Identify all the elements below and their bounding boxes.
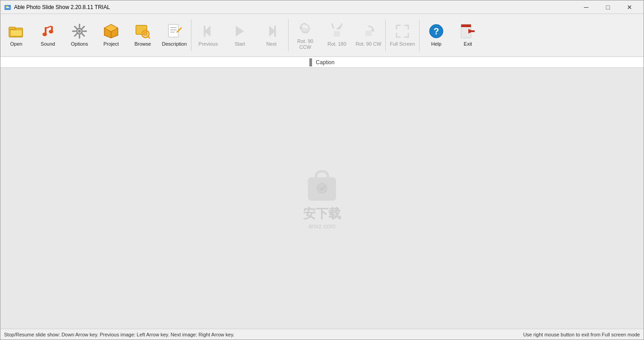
svg-rect-44 xyxy=(334,31,340,37)
main-content-area: 安下载 anxz.com xyxy=(0,68,644,329)
watermark-text: 安下载 xyxy=(303,205,341,222)
project-icon xyxy=(103,23,119,39)
separator-4 xyxy=(419,19,420,51)
rot90ccw-button[interactable]: Rot. 90 CCW xyxy=(289,16,321,55)
exit-label: Exit xyxy=(464,41,472,47)
window-title: Able Photo Slide Show 2.20.8.11 TRIAL xyxy=(14,4,576,10)
svg-point-12 xyxy=(78,30,81,33)
app-icon xyxy=(4,4,11,11)
exit-icon xyxy=(460,23,476,39)
svg-rect-30 xyxy=(168,24,178,37)
maximize-button[interactable]: □ xyxy=(597,0,618,14)
watermark-icon xyxy=(302,167,342,203)
svg-rect-5 xyxy=(10,30,22,36)
previous-icon xyxy=(200,23,216,39)
browse-icon xyxy=(135,23,151,39)
help-button[interactable]: ? Help xyxy=(420,16,452,55)
close-button[interactable]: ✕ xyxy=(619,0,640,14)
sound-icon xyxy=(40,23,56,39)
next-label: Next xyxy=(266,41,277,47)
watermark: 安下载 anxz.com xyxy=(302,167,342,230)
open-button[interactable]: Open xyxy=(0,16,32,55)
fullscreen-button[interactable]: Full Screen xyxy=(387,16,418,55)
open-icon xyxy=(8,23,24,39)
project-label: Project xyxy=(103,41,119,47)
rot180-icon xyxy=(329,23,345,39)
start-icon xyxy=(232,23,248,39)
svg-line-8 xyxy=(47,26,51,28)
window-controls: ─ □ ✕ xyxy=(576,0,640,14)
svg-line-29 xyxy=(148,37,150,38)
previous-button[interactable]: Previous xyxy=(192,16,224,55)
svg-rect-46 xyxy=(365,31,372,36)
status-left: Stop/Resume slide show: Down Arrow key. … xyxy=(4,332,234,337)
description-label: Description xyxy=(162,41,187,47)
open-label: Open xyxy=(10,41,23,47)
next-icon xyxy=(263,23,280,39)
next-button[interactable]: Next xyxy=(256,16,287,55)
separator-3 xyxy=(385,19,386,51)
svg-marker-43 xyxy=(336,25,340,29)
help-label: Help xyxy=(431,41,442,47)
options-label: Options xyxy=(71,41,88,47)
caption-bar: Caption xyxy=(0,57,644,68)
svg-rect-42 xyxy=(302,28,308,33)
rot90ccw-label: Rot. 90 CCW xyxy=(291,38,320,50)
svg-rect-37 xyxy=(204,26,205,37)
svg-marker-38 xyxy=(236,26,244,37)
svg-rect-4 xyxy=(9,27,15,29)
description-button[interactable]: Description xyxy=(159,16,190,55)
svg-line-17 xyxy=(75,27,77,28)
rot180-label: Rot. 180 xyxy=(327,41,346,47)
options-button[interactable]: Options xyxy=(64,16,95,55)
fullscreen-label: Full Screen xyxy=(390,41,415,47)
svg-rect-50 xyxy=(461,24,471,27)
svg-rect-10 xyxy=(51,26,53,33)
fullscreen-icon xyxy=(394,23,411,39)
caption-label: Caption xyxy=(316,59,334,66)
watermark-subtext: anxz.com xyxy=(308,222,336,230)
separator-1 xyxy=(191,19,191,51)
description-icon xyxy=(166,23,182,39)
options-icon xyxy=(71,23,88,39)
toolbar: Open Sound xyxy=(0,14,644,57)
sound-label: Sound xyxy=(41,41,55,47)
sound-button[interactable]: Sound xyxy=(32,16,64,55)
caption-indicator xyxy=(309,58,312,66)
browse-button[interactable]: Browse xyxy=(127,16,159,55)
svg-rect-40 xyxy=(274,26,276,37)
rot90ccw-icon xyxy=(297,20,313,37)
rot90cw-button[interactable]: Rot. 90 CW xyxy=(353,16,384,55)
separator-2 xyxy=(288,19,289,51)
rot180-button[interactable]: Rot. 180 xyxy=(321,16,353,55)
svg-rect-52 xyxy=(471,30,475,32)
rot90cw-icon xyxy=(360,23,377,39)
help-icon: ? xyxy=(428,23,444,39)
minimize-button[interactable]: ─ xyxy=(576,0,597,14)
status-bar: Stop/Resume slide show: Down Arrow key. … xyxy=(0,329,644,340)
svg-text:?: ? xyxy=(434,26,439,36)
start-button[interactable]: Start xyxy=(224,16,256,55)
title-bar: Able Photo Slide Show 2.20.8.11 TRIAL ─ … xyxy=(0,0,644,14)
project-button[interactable]: Project xyxy=(95,16,127,55)
start-label: Start xyxy=(234,41,245,47)
browse-label: Browse xyxy=(135,41,151,47)
svg-point-54 xyxy=(317,183,327,193)
svg-line-18 xyxy=(82,34,84,36)
rot90cw-label: Rot. 90 CW xyxy=(356,41,382,47)
svg-point-2 xyxy=(6,5,7,7)
exit-button[interactable]: Exit xyxy=(452,16,484,55)
svg-line-20 xyxy=(75,34,77,36)
svg-line-19 xyxy=(82,27,84,28)
previous-label: Previous xyxy=(199,41,218,47)
status-right: Use right mouse button to exit from Full… xyxy=(523,332,640,337)
